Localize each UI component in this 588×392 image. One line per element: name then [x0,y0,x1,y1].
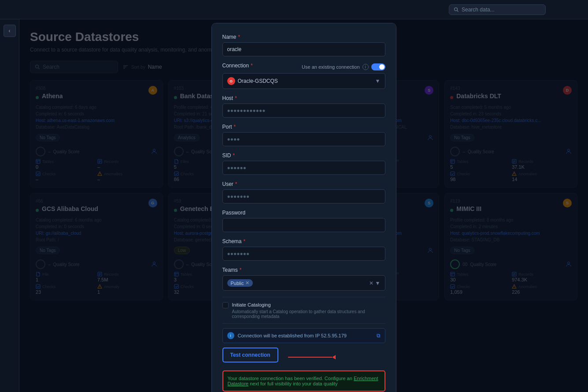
success-text: Your datastore connection has been verif… [228,376,378,386]
info-icon[interactable]: i [362,64,369,70]
connection-group: Connection * Use an existing connection … [222,63,385,89]
use-existing-toggle[interactable] [371,63,385,70]
initiate-catalog-labels: Initiate Cataloging Automatically start … [232,302,385,319]
initiate-catalog-checkbox[interactable] [222,302,229,308]
user-group: User * [222,181,385,203]
back-button[interactable]: ‹ [4,25,16,37]
search-icon [454,7,459,12]
name-input[interactable] [222,42,385,56]
svg-point-0 [455,7,458,11]
sid-group: SID * [222,152,385,175]
enrichment-link[interactable]: Enrichment Datastore [228,376,378,386]
topbar: Search data... [0,0,588,19]
host-label: Host * [222,95,385,101]
initiate-cataloging-row: Initiate Cataloging Automatically start … [222,297,385,324]
ip-notice: i Connection will be established from IP… [222,328,385,343]
password-group: Password [222,210,385,232]
teams-controls: ✕ ▼ [369,280,381,286]
host-input[interactable] [222,104,385,118]
teams-remove[interactable]: ✕ [245,280,249,286]
initiate-catalog-label: Initiate Cataloging [232,302,385,308]
connection-value: Oracle-GSDCQS [238,78,278,84]
connection-label: Connection * [222,63,253,69]
dropdown-arrow: ▼ [375,78,381,84]
name-required: * [238,34,240,40]
arrow-line [288,357,332,358]
port-input[interactable] [222,132,385,146]
arrow-indicator [288,355,336,359]
oracle-icon: O [227,77,235,85]
user-input[interactable] [222,189,385,203]
topbar-search[interactable]: Search data... [449,4,546,15]
port-group: Port * [222,124,385,146]
schema-input[interactable] [222,247,385,261]
name-group: Name * [222,34,385,56]
port-label: Port * [222,124,385,130]
svg-line-1 [457,10,459,11]
teams-badge: Public ✕ [227,279,253,287]
use-existing-label: Use an existing connection [302,64,359,70]
password-input[interactable] [222,218,385,232]
test-connection-button[interactable]: Test connection [222,348,278,362]
modal: Name * Connection * Use an existing conn… [211,23,396,392]
name-label: Name * [222,34,385,40]
password-label: Password [222,210,385,216]
schema-group: Schema * [222,238,385,261]
connection-row: Connection * Use an existing connection … [222,63,385,71]
success-banner: Your datastore connection has been verif… [222,370,385,392]
initiate-catalog-sublabel: Automatically start a Catalog operation … [232,309,385,319]
arrow-head [332,355,336,359]
teams-arrow: ▼ [375,280,381,286]
connection-select[interactable]: O Oracle-GSDCQS ▼ [222,73,385,89]
toggle-knob [379,64,385,70]
schema-label: Schema * [222,238,385,244]
oracle-badge: O Oracle-GSDCQS [227,77,278,85]
teams-select[interactable]: Public ✕ ✕ ▼ [222,275,385,291]
teams-label: Teams * [222,267,385,273]
topbar-search-text: Search data... [462,7,495,13]
teams-value-row: Public ✕ [227,279,253,287]
ip-notice-text: Connection will be established from IP 5… [238,333,347,338]
modal-overlay: Name * Connection * Use an existing conn… [19,19,588,392]
copy-icon[interactable]: ⧉ [377,333,381,339]
sid-input[interactable] [222,161,385,175]
ip-info-icon: i [227,332,234,339]
sidebar: ‹ [0,19,19,392]
main-container: ‹ Source Datastores Connect to a source … [0,19,588,392]
user-label: User * [222,181,385,187]
use-existing: Use an existing connection i [302,63,385,70]
sid-label: SID * [222,152,385,159]
teams-clear[interactable]: ✕ [369,280,374,286]
test-connection-area: Test connection [222,348,278,367]
host-group: Host * [222,95,385,118]
teams-group: Teams * Public ✕ ✕ ▼ [222,267,385,291]
page-content: Source Datastores Connect to a source da… [19,19,588,392]
